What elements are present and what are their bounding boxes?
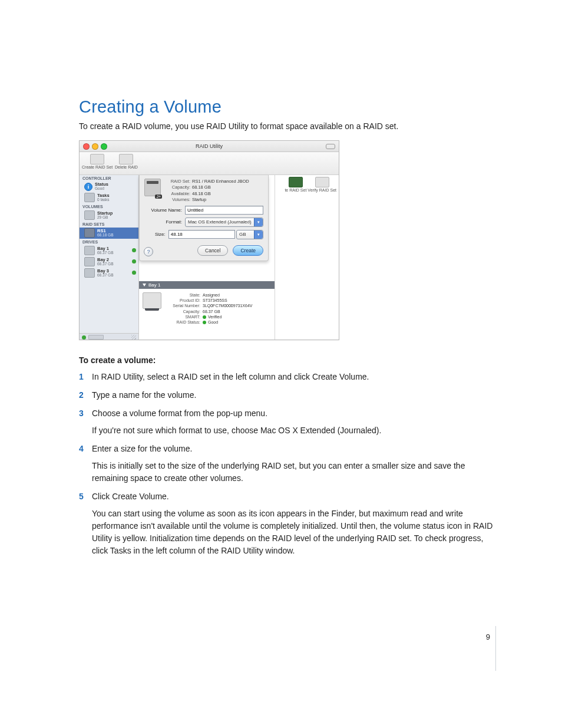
chevron-updown-icon: ▾	[254, 218, 263, 226]
verify-icon	[315, 177, 329, 187]
activity-bar-icon	[88, 335, 104, 340]
sidebar-item-sub: 68.18 GB	[97, 233, 113, 238]
sidebar-item-sub: 29 GB	[97, 216, 113, 220]
sidebar-section: VOLUMES	[80, 203, 138, 210]
sidebar-item-sub: 68.37 GB	[97, 274, 113, 278]
size-unit-select[interactable]: GB ▾	[236, 230, 263, 239]
step-text: In RAID Utility, select a RAID set in th…	[92, 372, 369, 381]
bay-details: State:Assigned Product ID:ST373455SS Ser…	[139, 289, 275, 328]
step-item: In RAID Utility, select a RAID set in th…	[79, 371, 497, 383]
sidebar-item-tasks[interactable]: Tasks0 tasks	[80, 192, 138, 203]
toolbar-label: Verify RAID Set	[308, 188, 336, 192]
step-text: Choose a volume format from the pop-up m…	[92, 409, 267, 418]
page-heading: Creating a Volume	[79, 97, 497, 117]
sidebar-item-bay2[interactable]: Bay 268.37 GB	[80, 256, 138, 268]
bay-header-label: Bay 1	[148, 282, 160, 288]
toolbar-label: Create RAID Set	[82, 165, 113, 169]
drive-icon	[84, 257, 95, 266]
delete-raid-button[interactable]: Delete RAID	[115, 152, 138, 169]
format-select[interactable]: Mac OS Extended (Journaled) ▾	[185, 218, 263, 227]
toolbar-label: te RAID Set	[285, 188, 306, 192]
sidebar-item-sub: 68.37 GB	[97, 251, 113, 255]
field-value: 68.18 GB	[192, 185, 211, 190]
close-icon[interactable]	[83, 143, 90, 150]
page-number: 9	[486, 633, 490, 641]
toolbar-pill-icon[interactable]	[326, 144, 335, 149]
status-led-icon	[203, 315, 206, 319]
sidebar-item-startup[interactable]: Startup29 GB	[80, 210, 138, 221]
sidebar-section: CONTROLLER	[80, 175, 138, 182]
window-titlebar: RAID Utility	[80, 141, 339, 152]
sidebar-item-status[interactable]: i StatusGood	[80, 182, 138, 192]
migrate-raid-set-button[interactable]: te RAID Set	[285, 175, 306, 192]
select-value: Mac OS Extended (Journaled)	[188, 219, 252, 225]
sidebar-section: DRIVES	[80, 239, 138, 245]
field-label: SMART:	[166, 314, 200, 319]
size-label: Size:	[144, 232, 166, 237]
volume-icon	[84, 210, 95, 220]
button-label: Cancel	[205, 248, 220, 253]
sidebar-item-bay3[interactable]: Bay 368.37 GB	[80, 268, 138, 279]
badge: J+	[155, 195, 162, 199]
verify-raid-set-button[interactable]: Verify RAID Set	[308, 175, 336, 192]
sidebar-item-sub: 0 tasks	[97, 198, 110, 202]
zoom-icon[interactable]	[101, 143, 107, 150]
volume-name-input[interactable]	[185, 206, 263, 215]
help-icon[interactable]: ?	[144, 247, 153, 256]
field-label: Capacity:	[166, 309, 200, 314]
field-label: RAID Status:	[166, 319, 200, 325]
create-volume-sheet: J+ RAID Set:RS1 / RAID Enhanced JBOD Cap…	[139, 175, 269, 261]
field-value: Verified	[208, 315, 222, 319]
field-value: RS1 / RAID Enhanced JBOD	[192, 179, 249, 184]
raid-set-icon	[84, 228, 95, 238]
button-label: Create	[240, 248, 256, 253]
create-button[interactable]: Create	[233, 245, 263, 256]
sidebar-item-bay1[interactable]: Bay 168.37 GB	[80, 245, 138, 256]
status-led-icon	[203, 321, 206, 324]
step-item: Click Create Volume. You can start using…	[79, 490, 497, 557]
toolbar-label: Delete RAID	[115, 165, 138, 169]
drive-green-icon	[289, 177, 303, 187]
size-input[interactable]	[168, 230, 235, 239]
sidebar-item-rs1[interactable]: RS168.18 GB	[80, 228, 138, 239]
gear-icon	[84, 193, 95, 202]
field-value: ST373455SS	[203, 298, 227, 302]
sidebar-footer	[80, 333, 138, 340]
step-text: Enter a size for the volume.	[92, 444, 192, 453]
step-text: Type a name for the volume.	[92, 390, 196, 400]
sidebar-item-sub: Good	[95, 187, 108, 191]
chevron-updown-icon: ▾	[254, 230, 263, 239]
drive-icon	[84, 268, 95, 278]
field-value: 48.18 GB	[192, 191, 211, 196]
disclosure-triangle-icon	[143, 284, 146, 286]
intro-text: To create a RAID volume, you use RAID Ut…	[79, 120, 497, 132]
create-raid-set-button[interactable]: Create RAID Set	[82, 152, 113, 169]
minimize-icon[interactable]	[92, 143, 98, 150]
info-icon: i	[84, 183, 92, 191]
field-label: Available:	[164, 191, 190, 197]
step-note: If you're not sure which format to use, …	[92, 424, 497, 437]
drive-large-icon	[143, 292, 161, 309]
drive-icon	[119, 154, 133, 164]
format-label: Format:	[144, 219, 182, 225]
volume-name-label: Volume Name:	[144, 207, 182, 213]
cancel-button[interactable]: Cancel	[197, 245, 228, 256]
field-value: Assigned	[203, 293, 220, 297]
drive-icon	[90, 154, 104, 164]
status-led-icon	[132, 271, 136, 275]
field-label: RAID Set:	[164, 179, 190, 185]
app-screenshot: RAID Utility Create RAID Set Delete RAID…	[79, 140, 339, 340]
resize-grip-icon[interactable]	[131, 335, 136, 340]
step-item: Type a name for the volume.	[79, 389, 497, 401]
steps-heading: To create a volume:	[79, 355, 497, 365]
sidebar-item-sub: 68.37 GB	[97, 262, 113, 266]
field-label: State:	[166, 292, 200, 298]
step-note: You can start using the volume as soon a…	[92, 508, 497, 557]
field-value: 68.37 GB	[203, 309, 220, 314]
status-led-icon	[132, 259, 136, 263]
bay-disclosure-header[interactable]: Bay 1	[139, 281, 275, 289]
page-margin-rule	[495, 626, 496, 671]
field-value: Startup	[192, 197, 206, 202]
sidebar-section: RAID SETS	[80, 221, 138, 228]
window-title: RAID Utility	[80, 141, 339, 151]
